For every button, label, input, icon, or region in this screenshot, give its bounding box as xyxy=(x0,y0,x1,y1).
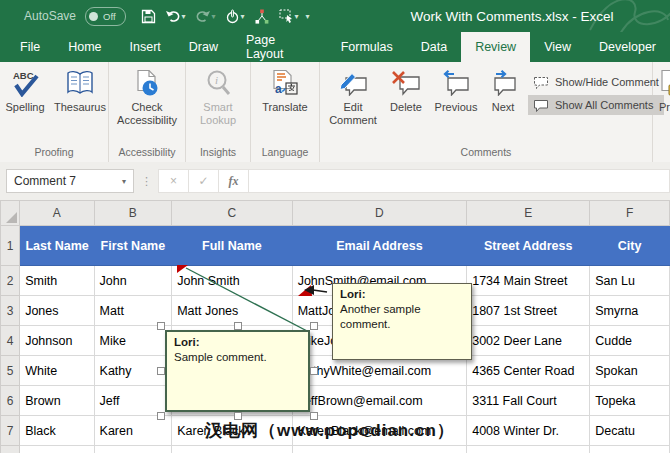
row-header-3[interactable]: 3 xyxy=(1,296,20,326)
row-header-8[interactable] xyxy=(1,446,20,453)
tab-draw[interactable]: Draw xyxy=(175,32,232,62)
resize-handle[interactable] xyxy=(157,412,165,420)
cell-b2[interactable]: John xyxy=(94,266,172,296)
show-all-comments-button[interactable]: Show All Comments xyxy=(528,95,664,115)
check-accessibility-button[interactable]: Check Accessibility xyxy=(110,65,184,129)
tab-review[interactable]: Review xyxy=(461,32,530,62)
edit-comment-button[interactable]: Edit Comment xyxy=(324,65,382,129)
protect-sheet-button[interactable]: Protect Sheet xyxy=(653,65,670,116)
svg-text:ABC: ABC xyxy=(13,70,34,81)
tab-insert[interactable]: Insert xyxy=(116,32,175,62)
resize-handle[interactable] xyxy=(310,322,318,330)
row-header-6[interactable]: 6 xyxy=(1,386,20,416)
spelling-button[interactable]: ABC Spelling xyxy=(0,65,51,116)
select-all-corner[interactable] xyxy=(1,201,20,226)
row-header-5[interactable]: 5 xyxy=(1,356,20,386)
undo-dropdown-icon[interactable]: ▾ xyxy=(182,12,186,21)
cell-c1[interactable]: Full Name xyxy=(172,226,292,266)
cell-b4[interactable]: Mike xyxy=(94,326,172,356)
comment-bubble-another-sample[interactable]: Lori: Another sample comment. xyxy=(332,283,472,360)
col-header-b[interactable]: B xyxy=(94,201,172,226)
cell-f7[interactable]: Decatu xyxy=(590,416,670,446)
delete-comment-button[interactable]: Delete xyxy=(382,65,430,116)
enter-icon[interactable]: ✓ xyxy=(188,169,219,193)
cell-d6[interactable]: JeffBrown@email.com xyxy=(292,386,467,416)
resize-handle[interactable] xyxy=(310,367,318,375)
cell-a4[interactable]: Johnson xyxy=(20,326,94,356)
cell-a6[interactable]: Brown xyxy=(20,386,94,416)
next-comment-button[interactable]: Next xyxy=(482,65,524,116)
cell-b3[interactable]: Matt xyxy=(94,296,172,326)
select-objects-button[interactable]: ▾ xyxy=(276,4,302,28)
select-objects-dropdown-icon[interactable]: ▾ xyxy=(295,12,299,21)
row-header-1[interactable]: 1 xyxy=(1,226,20,266)
col-header-a[interactable]: A xyxy=(20,201,94,226)
formula-input[interactable] xyxy=(248,169,670,193)
cell-b6[interactable]: Jeff xyxy=(94,386,172,416)
redo-button: ▾ xyxy=(192,4,219,28)
cell-e5[interactable]: 4365 Center Road xyxy=(467,356,590,386)
cell-e3[interactable]: 1807 1st Street xyxy=(467,296,590,326)
autosave-label: AutoSave xyxy=(24,9,76,23)
formula-bar-grip[interactable]: ⋮ xyxy=(141,175,152,188)
cell-f1[interactable]: City xyxy=(590,226,670,266)
cell-d1[interactable]: Email Address xyxy=(292,226,467,266)
cell-b7[interactable]: Karen xyxy=(94,416,172,446)
col-header-e[interactable]: E xyxy=(467,201,590,226)
cell-f2[interactable]: San Lu xyxy=(590,266,670,296)
cell-e1[interactable]: Street Address xyxy=(467,226,590,266)
col-header-d[interactable]: D xyxy=(292,201,467,226)
autosave-toggle[interactable]: Off xyxy=(85,7,126,26)
name-box[interactable]: Comment 7 ▾ xyxy=(6,169,134,193)
touch-mode-button[interactable]: ▾ xyxy=(222,4,248,28)
cell-a7[interactable]: Black xyxy=(20,416,94,446)
cell-a3[interactable]: Jones xyxy=(20,296,94,326)
resize-handle[interactable] xyxy=(157,367,165,375)
cell-e6[interactable]: 3311 Fall Court xyxy=(467,386,590,416)
row-header-2[interactable]: 2 xyxy=(1,266,20,296)
cell-c3[interactable]: Matt Jones xyxy=(172,296,292,326)
comment-bubble-sample-selected[interactable]: Lori: Sample comment. xyxy=(165,330,310,412)
resize-handle[interactable] xyxy=(234,322,242,330)
cell-a5[interactable]: White xyxy=(20,356,94,386)
cell-a8[interactable] xyxy=(20,446,94,453)
cell-f5[interactable]: Spokan xyxy=(590,356,670,386)
cell-a2[interactable]: Smith xyxy=(20,266,94,296)
cell-d5[interactable]: KathyWhite@email.com xyxy=(292,356,467,386)
row-header-7[interactable]: 7 xyxy=(1,416,20,446)
resize-handle[interactable] xyxy=(157,322,165,330)
row-header-4[interactable]: 4 xyxy=(1,326,20,356)
cell-b1[interactable]: First Name xyxy=(94,226,172,266)
cell-e2[interactable]: 1734 Main Street xyxy=(467,266,590,296)
col-header-f[interactable]: F xyxy=(590,201,670,226)
cell-f3[interactable]: Smyrna xyxy=(590,296,670,326)
name-box-dropdown-icon[interactable]: ▾ xyxy=(122,177,126,186)
tab-formulas[interactable]: Formulas xyxy=(327,32,407,62)
cancel-icon[interactable]: × xyxy=(158,169,189,193)
insert-function-icon[interactable]: fx xyxy=(218,169,249,193)
smart-lookup-button: i Smart Lookup xyxy=(189,65,247,129)
show-hide-comment-button[interactable]: Show/Hide Comment xyxy=(528,72,664,92)
protect-sheet-icon xyxy=(659,67,670,99)
tab-developer[interactable]: Developer xyxy=(585,32,670,62)
previous-comment-button[interactable]: Previous xyxy=(430,65,482,116)
save-icon[interactable] xyxy=(138,4,159,28)
tab-view[interactable]: View xyxy=(530,32,585,62)
cell-f6[interactable]: Topeka xyxy=(590,386,670,416)
customize-qat-icon[interactable]: ▾ xyxy=(306,12,310,21)
tab-page-layout[interactable]: Page Layout xyxy=(232,32,327,62)
thesaurus-button[interactable]: Thesaurus xyxy=(51,65,109,116)
tab-home[interactable]: Home xyxy=(54,32,115,62)
cell-e4[interactable]: 3002 Deer Lane xyxy=(467,326,590,356)
col-header-c[interactable]: C xyxy=(172,201,292,226)
touch-mode-dropdown-icon[interactable]: ▾ xyxy=(241,12,245,21)
undo-button[interactable]: ▾ xyxy=(162,4,189,28)
tab-data[interactable]: Data xyxy=(407,32,461,62)
diagram-tool-icon[interactable] xyxy=(251,4,273,28)
cell-e7[interactable]: 4008 Winter Dr. xyxy=(467,416,590,446)
tab-file[interactable]: File xyxy=(6,32,54,62)
translate-button[interactable]: a Translate xyxy=(254,65,316,116)
cell-c2[interactable]: John Smith xyxy=(172,266,292,296)
cell-a1[interactable]: Last Name xyxy=(20,226,94,266)
cell-f4[interactable]: Cudde xyxy=(590,326,670,356)
